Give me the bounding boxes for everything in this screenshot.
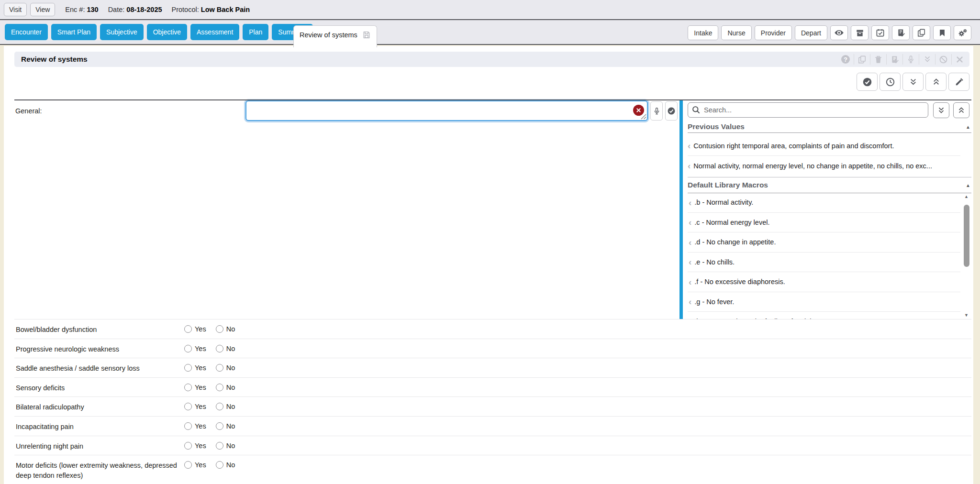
collapse-all-button[interactable] bbox=[925, 73, 947, 91]
macro-item[interactable]: ‹.e - No chills. bbox=[688, 253, 960, 273]
eye-icon[interactable] bbox=[830, 25, 848, 40]
nurse-button[interactable]: Nurse bbox=[721, 25, 751, 40]
expand-all-lists-button[interactable] bbox=[933, 102, 949, 118]
check-circle-button[interactable] bbox=[857, 73, 878, 91]
macro-item[interactable]: ‹.g - No fever. bbox=[688, 292, 960, 312]
no-label[interactable]: No bbox=[226, 325, 235, 333]
macro-item[interactable]: ‹.b - Normal activity. bbox=[688, 193, 960, 213]
yes-radio[interactable] bbox=[184, 345, 192, 352]
nav-plan[interactable]: Plan bbox=[243, 24, 268, 40]
previous-value-text: Contusion right temporal area, complaint… bbox=[693, 142, 894, 150]
no-label[interactable]: No bbox=[226, 461, 235, 469]
protocol-label: Protocol: bbox=[172, 6, 199, 13]
scroll-up-icon[interactable]: ▲ bbox=[964, 194, 969, 199]
no-radio[interactable] bbox=[216, 345, 223, 352]
no-label[interactable]: No bbox=[226, 384, 235, 391]
macro-text: .d - No change in appetite. bbox=[694, 238, 776, 246]
archive-box-icon[interactable] bbox=[851, 25, 869, 40]
close-icon[interactable] bbox=[951, 54, 968, 65]
macros-title: Default Library Macros bbox=[688, 181, 768, 189]
copy-pages-icon[interactable] bbox=[913, 25, 930, 40]
no-radio[interactable] bbox=[216, 442, 223, 450]
collapse-all-lists-button[interactable] bbox=[953, 102, 969, 118]
yes-radio[interactable] bbox=[184, 364, 192, 372]
intake-button[interactable]: Intake bbox=[688, 25, 718, 40]
help-icon[interactable]: ? bbox=[837, 54, 854, 65]
yes-label[interactable]: Yes bbox=[195, 422, 206, 430]
tab-review-of-systems[interactable]: Review of systems bbox=[293, 25, 377, 47]
yes-radio[interactable] bbox=[184, 403, 192, 410]
yes-radio[interactable] bbox=[184, 461, 192, 469]
insert-left-icon: ‹ bbox=[689, 198, 691, 207]
collapse-triangle-icon[interactable]: ▲ bbox=[966, 124, 971, 130]
yes-label[interactable]: Yes bbox=[195, 442, 206, 450]
provider-button[interactable]: Provider bbox=[755, 25, 792, 40]
dictate-microphone-button[interactable] bbox=[650, 101, 663, 121]
nav-objective[interactable]: Objective bbox=[147, 24, 187, 40]
general-input[interactable] bbox=[245, 100, 648, 121]
question-label: Motor deficits (lower extremity weakness… bbox=[16, 461, 184, 481]
insert-left-icon: ‹ bbox=[689, 277, 691, 286]
scroll-down-icon[interactable]: ▼ bbox=[964, 313, 969, 318]
yes-label[interactable]: Yes bbox=[195, 345, 206, 352]
edit-pencil-button[interactable] bbox=[948, 73, 969, 91]
expand-all-button[interactable] bbox=[902, 73, 924, 91]
no-radio[interactable] bbox=[216, 364, 223, 372]
previous-values-header[interactable]: Previous Values ▲ bbox=[688, 121, 971, 132]
section-title: Review of systems bbox=[14, 55, 88, 64]
confirm-button[interactable] bbox=[665, 101, 678, 121]
calendar-check-icon[interactable] bbox=[871, 25, 889, 40]
no-label[interactable]: No bbox=[226, 442, 235, 450]
macros-header[interactable]: Default Library Macros ▲ bbox=[688, 177, 971, 193]
macro-item[interactable]: ‹.h - Does not have the feeling of malai… bbox=[688, 312, 960, 319]
no-radio[interactable] bbox=[216, 403, 223, 410]
yes-radio[interactable] bbox=[184, 325, 192, 333]
macro-list-scrollbar[interactable]: ▲ ▼ bbox=[963, 193, 971, 319]
view-button[interactable]: View bbox=[30, 3, 55, 16]
yes-label[interactable]: Yes bbox=[195, 384, 206, 391]
bookmark-icon[interactable] bbox=[933, 25, 951, 40]
settings-gears-icon[interactable] bbox=[954, 25, 971, 40]
scrollbar-thumb[interactable] bbox=[964, 205, 969, 267]
protocol-value: Low Back Pain bbox=[201, 6, 250, 13]
no-label[interactable]: No bbox=[226, 422, 235, 430]
history-clock-button[interactable] bbox=[880, 73, 901, 91]
no-label[interactable]: No bbox=[226, 403, 235, 410]
nav-subjective[interactable]: Subjective bbox=[100, 24, 144, 40]
no-radio[interactable] bbox=[216, 325, 223, 333]
nav-assessment[interactable]: Assessment bbox=[190, 24, 239, 40]
yes-label[interactable]: Yes bbox=[195, 461, 206, 469]
nav-smart-plan[interactable]: Smart Plan bbox=[51, 24, 97, 40]
no-label[interactable]: No bbox=[226, 364, 235, 372]
section-header: Review of systems ? bbox=[14, 52, 969, 67]
no-radio[interactable] bbox=[216, 422, 223, 430]
clear-icon[interactable] bbox=[633, 105, 644, 116]
question-label: Unrelenting night pain bbox=[16, 441, 184, 451]
macro-item[interactable]: ‹.d - No change in appetite. bbox=[688, 232, 960, 253]
nav-encounter[interactable]: Encounter bbox=[5, 24, 48, 40]
previous-value-item[interactable]: ‹ Contusion right temporal area, complai… bbox=[688, 136, 971, 155]
yes-radio[interactable] bbox=[184, 422, 192, 430]
yes-label[interactable]: Yes bbox=[195, 364, 206, 372]
question-label: Incapacitating pain bbox=[16, 422, 184, 432]
no-label[interactable]: No bbox=[226, 345, 235, 352]
depart-button[interactable]: Depart bbox=[795, 25, 827, 40]
no-radio[interactable] bbox=[216, 461, 223, 469]
journal-icon[interactable] bbox=[892, 25, 910, 40]
visit-button[interactable]: Visit bbox=[4, 3, 27, 16]
macro-item[interactable]: ‹.c - Normal energy level. bbox=[688, 213, 960, 233]
search-input[interactable] bbox=[688, 102, 928, 118]
macro-item[interactable]: ‹.f - No excessive diaphoresis. bbox=[688, 272, 960, 292]
yes-radio[interactable] bbox=[184, 442, 192, 450]
collapse-triangle-icon[interactable]: ▲ bbox=[966, 183, 971, 188]
no-radio[interactable] bbox=[216, 384, 223, 391]
form-action-buttons bbox=[857, 73, 969, 91]
yes-radio[interactable] bbox=[184, 384, 192, 391]
yes-label[interactable]: Yes bbox=[195, 325, 206, 333]
question-label: Sensory deficits bbox=[16, 383, 184, 393]
previous-value-item[interactable]: ‹ Normal activity, normal energy level, … bbox=[688, 156, 971, 176]
yes-label[interactable]: Yes bbox=[195, 403, 206, 410]
question-row: Unrelenting night pain YesNo bbox=[14, 436, 971, 455]
toolbar: Encounter Smart Plan Subjective Objectiv… bbox=[0, 20, 980, 45]
general-field-label: General: bbox=[15, 107, 42, 115]
